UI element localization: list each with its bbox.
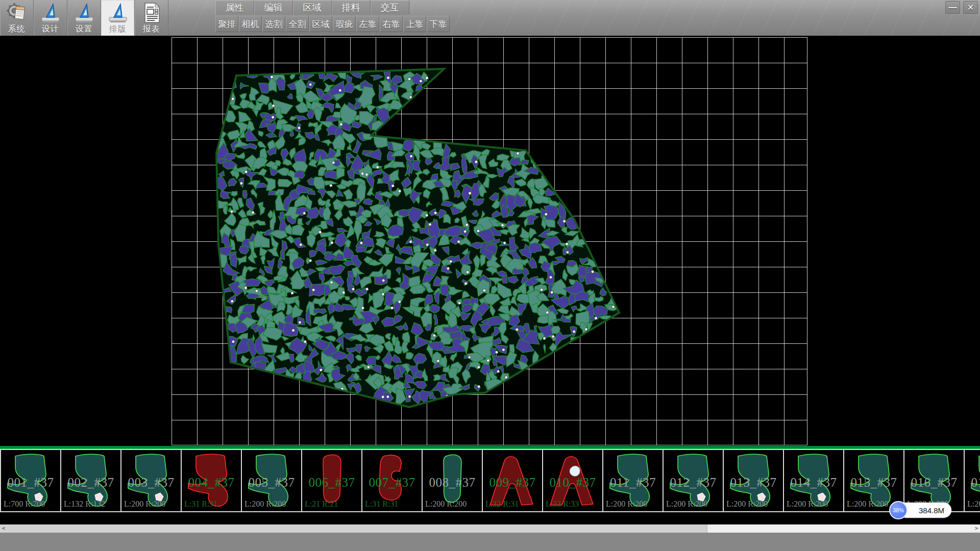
tool-button-7[interactable]: 左靠: [356, 16, 379, 32]
tool-button-1[interactable]: 聚排: [215, 16, 238, 32]
tool-button-6[interactable]: 瑕疵: [333, 16, 356, 32]
part-lr-count: L:200 R:200: [666, 499, 707, 509]
part-label: 004_#37: [182, 475, 241, 490]
menu-tab-1[interactable]: 属性: [215, 1, 254, 15]
window-bottom-edge: [0, 533, 980, 551]
main-tab-system[interactable]: 系统: [0, 0, 34, 36]
part-lr-count: L:33 R:33: [546, 499, 579, 509]
status-badge: 384.8M 38%: [889, 503, 951, 518]
main-tab-layout[interactable]: 排版: [101, 0, 135, 36]
part-lr-count: L:200 R:200: [124, 499, 165, 509]
part-thumbnail-017_#37[interactable]: 017_#37 L:200 R:200: [965, 450, 980, 511]
part-lr-count: L:21 R:21: [305, 499, 338, 509]
main-tab-label: 设置: [76, 24, 93, 34]
tool-button-3[interactable]: 选割: [262, 16, 285, 32]
horizontal-scrollbar: < >: [0, 524, 980, 533]
part-label: 006_#37: [302, 475, 361, 490]
scroll-right-arrow[interactable]: >: [973, 524, 980, 533]
parts-strip: 001_#37 L:700 R:700 002_#37 L:132 R:132 …: [0, 446, 980, 524]
scrollbar-thumb[interactable]: [7, 524, 707, 533]
part-lr-count: L:32 R:31: [485, 499, 519, 509]
part-thumbnail-013_#37[interactable]: 013_#37 L:200 R:200: [724, 450, 784, 511]
set-square-icon: [73, 2, 95, 24]
part-label: 011_#37: [603, 475, 663, 490]
part-lr-count: L:700 R:700: [4, 499, 45, 509]
part-label: 013_#37: [724, 475, 783, 490]
part-thumbnail-014_#37[interactable]: 014_#37 L:200 R:200: [784, 450, 844, 511]
part-lr-count: L:200 R:200: [967, 499, 980, 509]
part-lr-count: L:200 R:200: [244, 499, 286, 509]
tool-button-8[interactable]: 右靠: [380, 16, 403, 32]
tool-button-5[interactable]: 区域: [309, 16, 332, 32]
part-thumbnail-010_#37[interactable]: 010_#37 L:33 R:33: [543, 450, 603, 511]
tool-button-row: 聚排相机选割全割区域瑕疵左靠右靠上靠下靠: [215, 16, 450, 32]
nesting-canvas[interactable]: [0, 36, 980, 446]
part-thumbnail-003_#37[interactable]: 003_#37 L:200 R:200: [121, 450, 182, 511]
part-lr-count: L:200 R:200: [787, 499, 828, 509]
part-thumbnail-012_#37[interactable]: 012_#37 L:200 R:200: [664, 450, 724, 511]
part-label: 003_#37: [121, 475, 181, 490]
part-label: 017_#37: [965, 475, 980, 490]
main-tab-settings[interactable]: 设置: [67, 0, 101, 36]
scroll-left-arrow[interactable]: <: [0, 524, 7, 533]
progress-percent: 38%: [893, 507, 904, 513]
close-button[interactable]: ✕: [963, 1, 978, 14]
main-tab-bar: 系统 设计: [0, 0, 168, 36]
part-lr-count: L:200 R:200: [425, 499, 467, 509]
part-thumbnail-list: 001_#37 L:700 R:700 002_#37 L:132 R:132 …: [0, 449, 980, 512]
minimize-button[interactable]: —: [945, 1, 960, 14]
menu-tab-row: 属性编辑区域排料交互: [215, 1, 409, 15]
part-thumbnail-016_#37[interactable]: 016_#37 L:200 R:200: [904, 450, 965, 511]
part-label: 015_#37: [844, 475, 903, 490]
memory-value: 384.8M: [919, 506, 944, 515]
part-label: 014_#37: [784, 475, 843, 490]
part-thumbnail-004_#37[interactable]: 004_#37 L:31 R:31: [182, 450, 242, 511]
window-controls: — ✕: [945, 1, 978, 14]
part-lr-count: L:132 R:132: [64, 499, 105, 509]
main-tab-label: 报表: [143, 24, 160, 34]
part-label: 001_#37: [1, 475, 60, 490]
gear-icon: [6, 2, 28, 24]
part-label: 008_#37: [423, 475, 482, 490]
part-label: 012_#37: [664, 475, 723, 490]
menu-tab-4[interactable]: 排料: [332, 1, 371, 15]
main-tab-design[interactable]: 设计: [34, 0, 67, 36]
part-lr-count: L:31 R:31: [184, 499, 217, 509]
part-lr-count: L:200 R:200: [606, 499, 647, 509]
part-thumbnail-009_#37[interactable]: 009_#37 L:32 R:31: [483, 450, 543, 511]
part-thumbnail-006_#37[interactable]: 006_#37 L:21 R:21: [302, 450, 362, 511]
tool-button-2[interactable]: 相机: [239, 16, 262, 32]
part-label: 005_#37: [242, 475, 301, 490]
part-label: 007_#37: [362, 475, 422, 490]
report-icon: [140, 2, 163, 24]
nesting-app-window: 系统 设计: [0, 0, 980, 551]
part-thumbnail-001_#37[interactable]: 001_#37 L:700 R:700: [1, 450, 61, 511]
toolbar: 系统 设计: [0, 0, 980, 36]
part-lr-count: L:31 R:31: [365, 499, 398, 509]
main-tab-label: 排版: [109, 24, 127, 34]
part-thumbnail-008_#37[interactable]: 008_#37 L:200 R:200: [423, 450, 483, 511]
tool-button-10[interactable]: 下靠: [427, 16, 450, 32]
progress-circle: 38%: [889, 501, 908, 519]
part-thumbnail-011_#37[interactable]: 011_#37 L:200 R:200: [603, 450, 664, 511]
part-thumbnail-007_#37[interactable]: 007_#37 L:31 R:31: [362, 450, 423, 511]
main-tab-report[interactable]: 报表: [135, 0, 168, 36]
part-lr-count: L:200 R:200: [726, 499, 768, 509]
set-square-icon: [107, 2, 129, 24]
nested-hide-graphic: [0, 36, 980, 446]
main-tab-label: 系统: [8, 24, 26, 34]
part-label: 002_#37: [61, 475, 120, 490]
tool-button-9[interactable]: 上靠: [403, 16, 426, 32]
part-label: 010_#37: [543, 475, 602, 490]
main-tab-label: 设计: [42, 24, 59, 34]
part-label: 016_#37: [904, 475, 964, 490]
part-label: 009_#37: [483, 475, 542, 490]
menu-tab-5[interactable]: 交互: [371, 1, 409, 15]
menu-tab-2[interactable]: 编辑: [254, 1, 293, 15]
tool-button-4[interactable]: 全割: [286, 16, 309, 32]
menu-tab-3[interactable]: 区域: [293, 1, 332, 15]
part-thumbnail-002_#37[interactable]: 002_#37 L:132 R:132: [61, 450, 121, 511]
set-square-icon: [39, 2, 62, 24]
part-lr-count: L:200 R:200: [847, 499, 888, 509]
part-thumbnail-005_#37[interactable]: 005_#37 L:200 R:200: [242, 450, 302, 511]
